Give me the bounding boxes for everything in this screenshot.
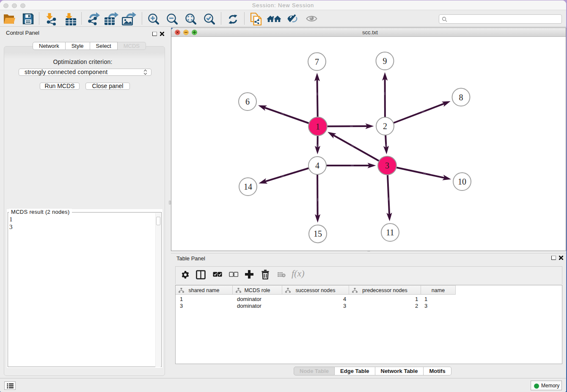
svg-text:9: 9 xyxy=(383,56,387,66)
svg-text:10: 10 xyxy=(458,177,466,186)
svg-text:11: 11 xyxy=(386,228,394,237)
svg-text:1: 1 xyxy=(316,122,320,131)
svg-text:8: 8 xyxy=(459,93,463,102)
svg-text:7: 7 xyxy=(315,57,319,66)
svg-text:15: 15 xyxy=(314,229,322,238)
svg-text:4: 4 xyxy=(315,161,319,170)
svg-text:6: 6 xyxy=(245,97,250,106)
svg-text:2: 2 xyxy=(383,121,387,131)
svg-text:3: 3 xyxy=(385,161,389,170)
svg-text:14: 14 xyxy=(244,182,252,191)
